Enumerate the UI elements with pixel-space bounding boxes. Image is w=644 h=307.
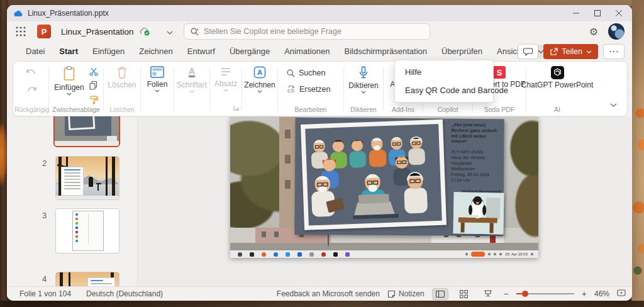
menu-item-hilfe[interactable]: Hilfe [395,63,493,81]
app-launcher-icon[interactable] [16,26,26,36]
fit-to-window-icon [617,289,626,297]
addins-dropdown-menu: Hilfe Easy QR Code and Barcode [394,60,494,103]
comment-icon [523,48,533,56]
chevron-down-icon [361,91,366,94]
settings-gear-icon[interactable]: ⚙ [589,26,598,38]
chevron-down-icon [586,50,592,53]
ai-group-label: AI [526,106,588,113]
poster-people-illustration [305,124,442,226]
sodapdf-group-label: Soda PDF [473,106,526,113]
chevron-down-icon [67,92,72,96]
collapse-ribbon-button[interactable] [610,98,617,109]
account-avatar[interactable] [608,23,625,40]
notes-toggle[interactable]: Notizen [387,289,425,298]
copy-button[interactable] [89,81,98,92]
notes-icon [387,290,396,298]
zoom-slider[interactable] [516,293,574,294]
slide-photo-street [230,243,538,250]
chatgpt-powerpoint-button[interactable]: ChatGPT PowerPoint [534,66,580,90]
chevron-down-icon [155,89,160,92]
slide-sorter-view-button[interactable] [456,288,472,300]
language-selector[interactable]: Deutsch (Deutschland) [86,289,163,298]
tab-uebergaenge[interactable]: Übergänge [230,47,270,56]
zoom-level[interactable]: 46% [594,289,609,298]
slideshow-icon [484,290,492,298]
find-button[interactable]: Suchen [287,69,325,77]
document-menu-chevron-icon[interactable] [167,26,173,37]
normal-view-button[interactable] [432,288,448,300]
app-header: P Linux_Präsentation Stellen Sie Copilot… [7,21,632,42]
dictate-button[interactable]: Diktieren [348,66,378,94]
tab-start[interactable]: Start [59,47,78,56]
chatgpt-icon [551,66,564,79]
redo-button[interactable] [26,86,37,98]
onedrive-icon [13,10,23,17]
close-button[interactable] [608,5,630,21]
undo-button[interactable] [26,68,37,80]
minimize-button[interactable] [565,5,587,21]
draw-icon: A [253,66,266,79]
slide-thumbnail-2[interactable] [55,156,119,200]
zoom-slider-knob[interactable] [522,291,528,297]
cut-button[interactable] [89,67,98,79]
saved-to-cloud-icon[interactable] [139,27,150,36]
share-button[interactable]: Teilen [543,44,598,59]
svg-text:b: b [291,87,294,94]
paste-button[interactable]: Einfügen [54,66,84,96]
tab-entwurf[interactable]: Entwurf [187,47,215,56]
tab-einfuegen[interactable]: Einfügen [92,47,125,56]
paragraph-button[interactable]: Absatz [214,66,238,92]
grid-view-icon [460,290,468,298]
delete-group-label: Löschen [104,106,140,113]
desktop-background-right [631,0,644,307]
delete-button[interactable]: Löschen [108,66,136,89]
tab-animationen[interactable]: Animationen [284,47,330,56]
slide-thumbnail-4[interactable] [55,272,119,286]
paragraph-dialog-launcher[interactable] [233,102,239,113]
delete-group: Löschen Löschen [104,62,140,116]
current-slide[interactable]: „Alte (und neue) Rechner ganz einfach mi… [230,117,538,258]
share-icon [550,48,558,55]
tab-ueberpruefen[interactable]: Überprüfen [441,47,482,56]
status-bar: Folie 1 von 104 Deutsch (Deutschland) Fe… [7,286,632,301]
copilot-search-input[interactable]: Stellen Sie Copilot eine beliebige Frage [184,23,430,40]
draw-button[interactable]: A Zeichnen [244,66,275,93]
powerpoint-app-icon[interactable]: P [37,25,51,38]
slide-editing-canvas[interactable]: „Alte (und neue) Rechner ganz einfach mi… [137,117,632,286]
slides-button[interactable]: Folien [147,66,168,92]
replace-button[interactable]: c b Ersetzen [287,85,330,94]
slide-thumbnail-3[interactable] [55,208,119,254]
format-painter-button[interactable] [89,95,98,106]
editing-group: Suchen c b Ersetzen Bearbeiten [278,62,343,116]
clipboard-group: Einfügen Zwisc [49,62,103,116]
draw-group: A Zeichnen [242,62,277,116]
tab-zeichnen[interactable]: Zeichnen [139,47,172,56]
microphone-icon [358,66,369,79]
menu-item-easy-qr-code[interactable]: Easy QR Code and Barcode [395,81,493,99]
zoom-out-button[interactable]: − [504,289,509,299]
fit-slide-to-window-button[interactable] [617,289,626,299]
ellipsis-icon: ··· [609,46,619,57]
soda-pdf-icon: S [493,66,506,79]
slide-number-2: 2 [42,159,47,168]
ai-group: ChatGPT PowerPoint AI [526,62,588,116]
zoom-in-button[interactable]: + [582,289,587,299]
undo-group-label: Rückgängig [14,106,48,113]
maximize-button[interactable] [587,5,608,21]
slide-taskbar-clock: 25. Apr 20:03 [505,252,528,256]
trash-icon [116,66,128,79]
font-button[interactable]: A Schriftart [177,66,207,93]
normal-view-icon [436,291,445,298]
feedback-link[interactable]: Feedback an Microsoft senden [277,289,380,298]
svg-text:A: A [189,66,195,76]
more-options-button[interactable]: ··· [603,44,625,59]
comments-button[interactable] [518,44,538,59]
tab-datei[interactable]: Datei [26,47,45,56]
slide-number-3: 3 [42,211,47,220]
tab-bildschirmpraesentation[interactable]: Bildschirmpräsentation [344,47,427,56]
addins-group-label: Add-Ins [384,106,423,113]
slide-desktop-taskbar: 25. Apr 20:03 [230,250,538,258]
document-title[interactable]: Linux_Präsentation [61,27,134,36]
slideshow-view-button[interactable] [480,288,496,300]
editing-group-label: Bearbeiten [278,106,343,113]
